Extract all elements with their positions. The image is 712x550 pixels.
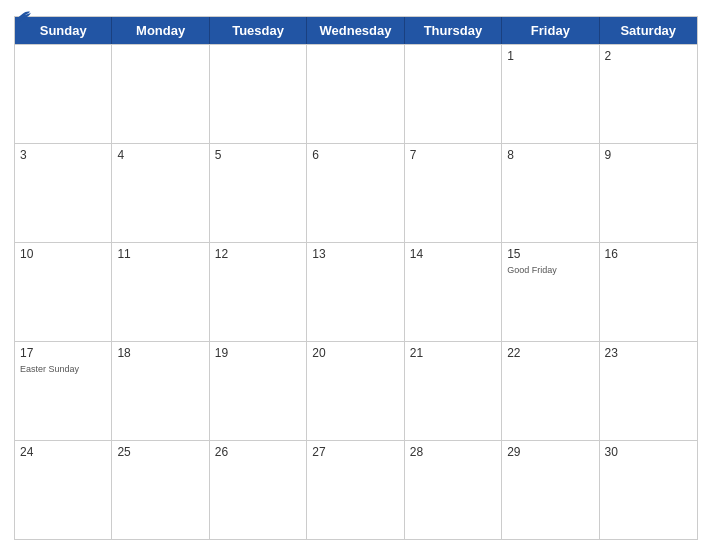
calendar-cell: 17Easter Sunday [15, 342, 112, 440]
calendar-cell: 13 [307, 243, 404, 341]
calendar-page: SundayMondayTuesdayWednesdayThursdayFrid… [0, 0, 712, 550]
calendar-cell: 25 [112, 441, 209, 539]
calendar-cell: 4 [112, 144, 209, 242]
day-number: 30 [605, 444, 692, 461]
day-number: 14 [410, 246, 496, 263]
calendar-header-row: SundayMondayTuesdayWednesdayThursdayFrid… [15, 17, 697, 44]
day-number: 21 [410, 345, 496, 362]
calendar-cell: 20 [307, 342, 404, 440]
calendar-cell: 26 [210, 441, 307, 539]
calendar-cell [15, 45, 112, 143]
calendar-week-2: 3456789 [15, 143, 697, 242]
calendar-cell [405, 45, 502, 143]
day-number: 27 [312, 444, 398, 461]
calendar-week-5: 24252627282930 [15, 440, 697, 539]
header-day-friday: Friday [502, 17, 599, 44]
calendar-cell [210, 45, 307, 143]
calendar-week-1: 12 [15, 44, 697, 143]
day-number: 25 [117, 444, 203, 461]
calendar-cell: 18 [112, 342, 209, 440]
day-number: 10 [20, 246, 106, 263]
calendar-body: 123456789101112131415Good Friday1617East… [15, 44, 697, 539]
day-number: 29 [507, 444, 593, 461]
calendar-cell: 21 [405, 342, 502, 440]
day-number: 20 [312, 345, 398, 362]
calendar-cell: 6 [307, 144, 404, 242]
header-day-tuesday: Tuesday [210, 17, 307, 44]
calendar-cell: 8 [502, 144, 599, 242]
calendar-cell: 7 [405, 144, 502, 242]
day-number: 6 [312, 147, 398, 164]
calendar-cell: 24 [15, 441, 112, 539]
calendar-cell: 16 [600, 243, 697, 341]
calendar-cell: 19 [210, 342, 307, 440]
calendar-cell: 15Good Friday [502, 243, 599, 341]
calendar-cell: 1 [502, 45, 599, 143]
day-number: 5 [215, 147, 301, 164]
header-day-thursday: Thursday [405, 17, 502, 44]
day-number: 4 [117, 147, 203, 164]
day-number: 17 [20, 345, 106, 362]
calendar-event: Easter Sunday [20, 364, 106, 376]
day-number: 26 [215, 444, 301, 461]
day-number: 1 [507, 48, 593, 65]
calendar-cell: 5 [210, 144, 307, 242]
calendar-grid: SundayMondayTuesdayWednesdayThursdayFrid… [14, 16, 698, 540]
day-number: 28 [410, 444, 496, 461]
day-number: 16 [605, 246, 692, 263]
logo-bird-icon [14, 10, 32, 24]
calendar-cell: 29 [502, 441, 599, 539]
calendar-cell: 2 [600, 45, 697, 143]
calendar-cell: 3 [15, 144, 112, 242]
calendar-cell: 14 [405, 243, 502, 341]
day-number: 15 [507, 246, 593, 263]
day-number: 19 [215, 345, 301, 362]
day-number: 8 [507, 147, 593, 164]
calendar-cell: 9 [600, 144, 697, 242]
calendar-cell: 23 [600, 342, 697, 440]
day-number: 24 [20, 444, 106, 461]
calendar-cell: 12 [210, 243, 307, 341]
calendar-cell: 10 [15, 243, 112, 341]
calendar-cell: 22 [502, 342, 599, 440]
calendar-event: Good Friday [507, 265, 593, 277]
day-number: 22 [507, 345, 593, 362]
calendar-cell [307, 45, 404, 143]
calendar-cell: 28 [405, 441, 502, 539]
day-number: 18 [117, 345, 203, 362]
day-number: 7 [410, 147, 496, 164]
header-day-monday: Monday [112, 17, 209, 44]
calendar-cell: 27 [307, 441, 404, 539]
day-number: 13 [312, 246, 398, 263]
day-number: 11 [117, 246, 203, 263]
day-number: 9 [605, 147, 692, 164]
day-number: 12 [215, 246, 301, 263]
calendar-week-4: 17Easter Sunday181920212223 [15, 341, 697, 440]
calendar-cell: 11 [112, 243, 209, 341]
logo [14, 10, 34, 24]
day-number: 23 [605, 345, 692, 362]
header-day-wednesday: Wednesday [307, 17, 404, 44]
day-number: 3 [20, 147, 106, 164]
calendar-week-3: 101112131415Good Friday16 [15, 242, 697, 341]
header-day-saturday: Saturday [600, 17, 697, 44]
calendar-cell: 30 [600, 441, 697, 539]
logo-blue-text [14, 10, 34, 24]
calendar-cell [112, 45, 209, 143]
day-number: 2 [605, 48, 692, 65]
